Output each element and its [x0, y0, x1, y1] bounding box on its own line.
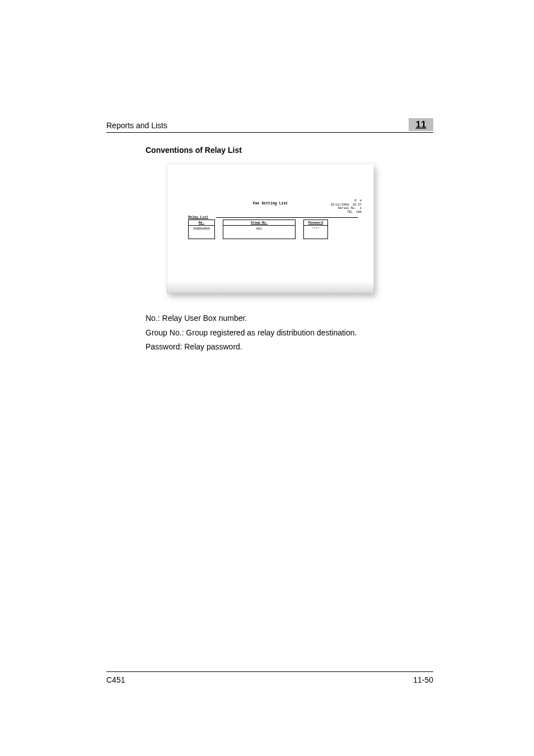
chapter-indicator: 11 — [405, 116, 433, 130]
definition-no: No.: Relay User Box number. — [146, 312, 428, 325]
meta-tel-label: TEL — [347, 211, 353, 214]
col-header-group: Group No. — [223, 220, 296, 226]
figure-shadow — [167, 281, 374, 293]
col-header-password: Password — [303, 220, 328, 226]
footer-page-number: 11-50 — [413, 675, 433, 684]
cell-password: **** — [303, 226, 328, 239]
table-header-row: No. Group No. Password — [188, 220, 358, 226]
relay-list-label: Relay List — [188, 215, 208, 219]
chapter-number: 11 — [416, 119, 427, 130]
running-head: Reports and Lists — [106, 121, 167, 130]
body-text: No.: Relay User Box number. Group No.: G… — [146, 312, 428, 356]
col-spacer — [296, 226, 303, 239]
fax-meta: P 4 15/11/2006 19:27 Serial No. 1 TEL 18… — [330, 199, 362, 214]
col-spacer — [215, 226, 223, 239]
col-spacer — [215, 220, 223, 226]
cell-group: 001 — [223, 226, 296, 239]
chapter-number-box: 11 — [409, 118, 433, 131]
page-footer: C451 11-50 — [106, 671, 433, 684]
footer-model: C451 — [106, 675, 125, 684]
section-heading: Conventions of Relay List — [146, 146, 242, 155]
meta-tel-value: 186 — [356, 211, 362, 214]
page: Reports and Lists 11 Conventions of Rela… — [0, 0, 534, 756]
col-header-no: No. — [188, 220, 215, 226]
cell-no: 000000000 — [188, 226, 215, 239]
page-header: Reports and Lists 11 — [106, 116, 433, 133]
fax-report-inner: Fax Setting List P 4 15/11/2006 19:27 Se… — [171, 168, 369, 271]
relay-list-rule — [216, 217, 358, 218]
definition-password: Password: Relay password. — [146, 341, 428, 353]
relay-table: No. Group No. Password 000000000 001 ***… — [188, 220, 358, 239]
definition-group: Group No.: Group registered as relay dis… — [146, 327, 428, 339]
col-spacer — [296, 220, 303, 226]
relay-list-figure: Fax Setting List P 4 15/11/2006 19:27 Se… — [167, 164, 374, 293]
table-row: 000000000 001 **** — [188, 226, 358, 239]
